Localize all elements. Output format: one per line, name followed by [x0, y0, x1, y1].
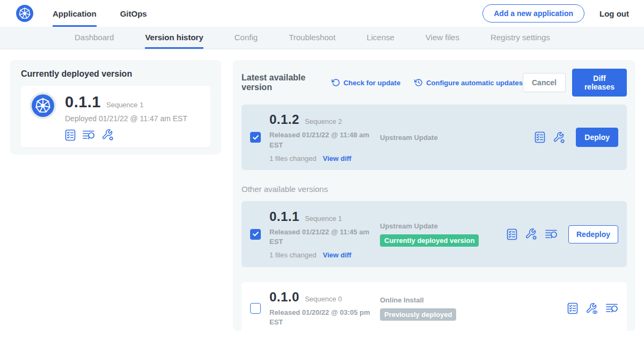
version-source: Upstream Update — [380, 222, 501, 230]
version-checkbox[interactable] — [250, 132, 261, 143]
subtab-config[interactable]: Config — [235, 27, 258, 49]
deployed-version-card: 0.1.1 Sequence 1 Deployed 01/21/22 @ 11:… — [21, 86, 210, 147]
clock-refresh-icon — [414, 78, 423, 87]
release-notes-icon[interactable] — [65, 129, 76, 141]
view-diff-link[interactable]: View diff — [323, 251, 351, 259]
subtab-dashboard[interactable]: Dashboard — [75, 27, 114, 49]
app-logo — [0, 0, 53, 27]
subtab-view-files[interactable]: View files — [426, 27, 459, 49]
currently-deployed-badge: Currently deployed version — [380, 234, 479, 247]
version-source: Upstream Update — [380, 134, 501, 142]
deployed-timestamp: Deployed 01/21/22 @ 11:47 am EST — [65, 114, 187, 123]
check-icon — [252, 134, 259, 141]
view-diff-link[interactable]: View diff — [323, 154, 351, 162]
version-checkbox[interactable] — [250, 303, 261, 314]
version-sequence: Sequence 2 — [305, 117, 342, 125]
redeploy-button[interactable]: Redeploy — [568, 225, 618, 243]
view-config-icon[interactable] — [586, 302, 598, 315]
check-for-update-link[interactable]: Check for update — [332, 78, 400, 87]
version-row-0-1-1: 0.1.1 Sequence 1 Released 01/21/22 @ 11:… — [241, 201, 627, 267]
version-number: 0.1.2 — [269, 112, 299, 127]
version-number: 0.1.1 — [269, 209, 299, 224]
kubernetes-icon — [16, 5, 33, 22]
preflight-checks-icon[interactable] — [545, 228, 558, 240]
version-sequence: Sequence 0 — [305, 295, 342, 303]
kubernetes-icon — [32, 94, 54, 117]
version-sequence: Sequence 1 — [305, 215, 342, 223]
released-timestamp: Released 01/21/22 @ 11:45 am EST — [269, 227, 371, 247]
preflight-checks-icon[interactable] — [82, 129, 95, 141]
preflight-checks-icon[interactable] — [605, 302, 618, 314]
check-icon — [252, 231, 259, 238]
currently-deployed-title: Currently deployed version — [21, 69, 210, 79]
files-changed-label: 1 files changed — [269, 154, 316, 162]
release-notes-icon[interactable] — [535, 131, 545, 143]
deployed-version-number: 0.1.1 — [65, 93, 101, 111]
edit-config-icon[interactable] — [553, 131, 565, 144]
subtab-version-history[interactable]: Version history — [145, 27, 203, 49]
latest-available-title: Latest available version — [241, 73, 323, 92]
refresh-icon — [332, 78, 340, 87]
other-versions-title: Other available versions — [241, 184, 627, 194]
diff-releases-button[interactable]: Diff releases — [572, 69, 627, 97]
released-timestamp: Released 01/20/22 @ 03:05 pm EST — [269, 308, 371, 327]
add-application-button[interactable]: Add a new application — [482, 4, 584, 23]
version-row-0-1-2: 0.1.2 Sequence 2 Released 01/21/22 @ 11:… — [241, 105, 627, 170]
version-row-0-1-0: 0.1.0 Sequence 0 Released 01/20/22 @ 03:… — [241, 282, 627, 335]
version-source: Online Install — [380, 296, 501, 304]
version-number: 0.1.0 — [269, 290, 299, 305]
subtab-license[interactable]: License — [367, 27, 394, 49]
version-checkbox[interactable] — [250, 229, 261, 240]
edit-config-icon[interactable] — [101, 129, 114, 141]
app-icon — [30, 92, 56, 119]
tab-gitops[interactable]: GitOps — [120, 0, 147, 27]
files-changed-label: 1 files changed — [269, 251, 316, 259]
configure-auto-updates-link[interactable]: Configure automatic updates — [414, 78, 523, 87]
release-notes-icon[interactable] — [507, 228, 517, 240]
tab-application[interactable]: Application — [53, 0, 97, 27]
top-nav: Application GitOps Add a new application… — [0, 0, 644, 27]
cancel-button[interactable]: Cancel — [523, 73, 566, 92]
subtab-registry-settings[interactable]: Registry settings — [491, 27, 550, 49]
release-notes-icon[interactable] — [567, 302, 578, 314]
logout-button[interactable]: Log out — [599, 9, 629, 18]
deploy-button[interactable]: Deploy — [576, 128, 618, 147]
deployed-sequence: Sequence 1 — [106, 101, 143, 109]
previously-deployed-badge: Previously deployed — [380, 308, 456, 321]
version-history-panel: Latest available version Check for updat… — [233, 60, 635, 331]
subtab-troubleshoot[interactable]: Troubleshoot — [289, 27, 335, 49]
released-timestamp: Released 01/21/22 @ 11:48 am EST — [269, 130, 371, 150]
app-sub-nav: Dashboard Version history Config Trouble… — [0, 27, 644, 49]
currently-deployed-panel: Currently deployed version 0.1.1 Sequenc… — [10, 60, 221, 154]
edit-config-icon[interactable] — [525, 228, 537, 240]
